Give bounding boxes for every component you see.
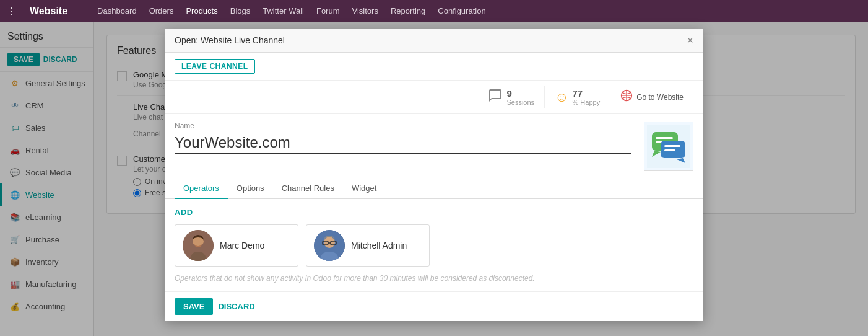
- leave-channel-bar: LEAVE CHANNEL: [165, 53, 703, 81]
- nav-reporting[interactable]: Reporting: [384, 0, 432, 22]
- channel-logo: [644, 122, 693, 171]
- happy-label: % Happy: [573, 99, 601, 106]
- tab-widget[interactable]: Widget: [343, 179, 385, 199]
- modal-save-button[interactable]: SAVE: [175, 298, 213, 315]
- disconnected-note: Operators that do not show any activity …: [175, 274, 693, 283]
- nav-visitors[interactable]: Visitors: [346, 0, 384, 22]
- stat-sessions: 9 Sessions: [478, 86, 545, 108]
- stats-bar: 9 Sessions ☺ 77 % Happy: [165, 81, 703, 114]
- modal-footer: SAVE DISCARD: [165, 291, 703, 321]
- modal-overlay: Open: Website Live Channel × LEAVE CHANN…: [0, 22, 868, 336]
- name-input[interactable]: [175, 133, 631, 154]
- nav-configuration[interactable]: Configuration: [432, 0, 492, 22]
- operator-avatar-marc: [183, 230, 214, 261]
- nav-dashboard[interactable]: Dashboard: [91, 0, 143, 22]
- happy-value: 77: [573, 88, 601, 99]
- nav-twitter-wall[interactable]: Twitter Wall: [256, 0, 310, 22]
- modal-body: LEAVE CHANNEL 9 Sessions ☺: [165, 53, 703, 291]
- stat-website[interactable]: Go to Website: [610, 86, 693, 108]
- tab-content-operators: ADD: [165, 199, 703, 291]
- nav-blogs[interactable]: Blogs: [224, 0, 257, 22]
- nav-orders[interactable]: Orders: [143, 0, 180, 22]
- svg-point-15: [324, 237, 335, 248]
- modal-tabs: Operators Options Channel Rules Widget: [165, 179, 703, 199]
- modal-header: Open: Website Live Channel ×: [165, 29, 703, 53]
- name-section: Name: [165, 114, 703, 179]
- tab-channel-rules[interactable]: Channel Rules: [273, 179, 343, 199]
- leave-channel-button[interactable]: LEAVE CHANNEL: [175, 59, 255, 74]
- main-layout: Settings SAVE DISCARD ⚙ General Settings…: [0, 22, 868, 336]
- topbar: ⋮ Website Dashboard Orders Products Blog…: [0, 0, 868, 22]
- svg-rect-10: [664, 145, 680, 147]
- sessions-value: 9: [506, 88, 534, 99]
- stat-value-group: 9 Sessions: [506, 88, 534, 106]
- operator-avatar-mitchell: [314, 230, 345, 261]
- name-field-group: Name: [175, 122, 631, 154]
- chat-icon: [488, 88, 503, 106]
- operator-name-mitchell: Mitchell Admin: [351, 241, 407, 250]
- tab-options[interactable]: Options: [228, 179, 273, 199]
- apps-icon[interactable]: ⋮: [6, 6, 16, 17]
- modal-dialog: Open: Website Live Channel × LEAVE CHANN…: [165, 29, 703, 321]
- modal-title: Open: Website Live Channel: [175, 35, 285, 45]
- tab-operators[interactable]: Operators: [175, 179, 228, 199]
- svg-rect-6: [656, 137, 673, 139]
- operator-name-marc: Marc Demo: [220, 241, 264, 250]
- website-icon: [620, 89, 633, 105]
- topbar-nav: Dashboard Orders Products Blogs Twitter …: [91, 0, 492, 22]
- nav-products[interactable]: Products: [180, 0, 224, 22]
- modal-discard-button[interactable]: DISCARD: [218, 298, 254, 315]
- operator-card-marc-demo: Marc Demo: [175, 224, 298, 267]
- operators-grid: Marc Demo: [175, 224, 693, 267]
- svg-rect-11: [664, 149, 675, 151]
- nav-forum[interactable]: Forum: [310, 0, 346, 22]
- add-operator-button[interactable]: ADD: [175, 208, 193, 217]
- modal-close-button[interactable]: ×: [687, 35, 693, 46]
- happy-icon: ☺: [555, 89, 568, 105]
- stat-value-group: 77 % Happy: [573, 88, 601, 106]
- sessions-label: Sessions: [506, 99, 534, 106]
- stat-happy: ☺ 77 % Happy: [545, 86, 610, 108]
- name-label: Name: [175, 122, 631, 130]
- website-label: Go to Website: [636, 93, 684, 102]
- operator-card-mitchell-admin: Mitchell Admin: [306, 224, 430, 267]
- topbar-brand: Website: [30, 6, 67, 17]
